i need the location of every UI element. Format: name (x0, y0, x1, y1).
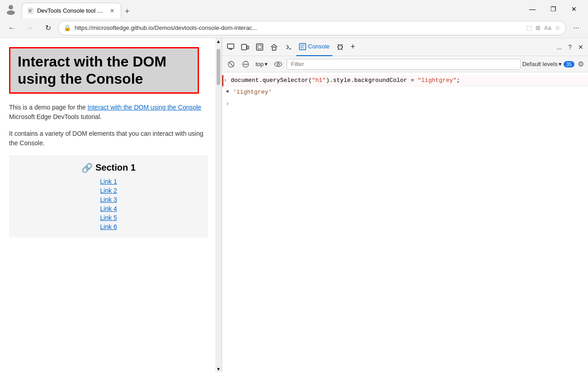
home-button[interactable] (267, 41, 281, 53)
scroll-track (215, 44, 222, 366)
active-tab[interactable]: DevTools Console tool DOM inte ✕ (22, 3, 121, 18)
svg-point-23 (277, 63, 280, 65)
context-dropdown[interactable]: top ▾ (254, 59, 270, 69)
svg-rect-7 (242, 44, 247, 50)
devtools-close-button[interactable]: ✕ (575, 42, 586, 52)
page-description-2: It contains a variety of DOM elements th… (9, 129, 208, 148)
input-arrow-icon: › (223, 76, 231, 85)
minimize-button[interactable]: — (522, 2, 543, 16)
svg-point-1 (7, 10, 15, 15)
default-levels-label: Default levels (522, 61, 558, 67)
svg-rect-10 (258, 45, 261, 49)
tab-strip: DevTools Console tool DOM inte ✕ + (22, 0, 518, 18)
console-result-line: ◄ 'lightgrey' (222, 86, 588, 99)
debug-icon-button[interactable] (333, 41, 347, 53)
more-tools-button[interactable]: ... (554, 42, 565, 52)
svg-point-22 (275, 62, 282, 67)
svg-rect-3 (28, 9, 32, 10)
link-2[interactable]: Link 2 (16, 187, 201, 194)
scroll-down-button[interactable]: ▼ (215, 366, 222, 372)
svg-rect-5 (28, 11, 31, 12)
settings-button[interactable]: ⚙ (576, 58, 585, 70)
link-3[interactable]: Link 3 (16, 196, 201, 203)
more-button[interactable]: ··· (568, 20, 584, 36)
svg-rect-4 (28, 10, 31, 11)
console-output: › document.querySelector("h1").style.bac… (222, 72, 588, 372)
sources-button[interactable] (282, 41, 295, 53)
elements-panel-button[interactable] (253, 41, 266, 53)
link-6[interactable]: Link 6 (16, 223, 201, 230)
result-arrow-icon: ◄ (226, 88, 233, 95)
console-input-line: › document.querySelector("h1").style.bac… (222, 75, 588, 86)
tab-search-icon: ⊞ (536, 24, 541, 31)
new-tab-button[interactable]: + (121, 5, 133, 18)
clear-icon-button[interactable] (239, 59, 252, 69)
svg-line-19 (229, 62, 233, 67)
scrollbar[interactable]: ▲ ▼ (215, 38, 222, 372)
profile-icon[interactable] (4, 2, 18, 16)
lock-icon: 🔒 (64, 24, 71, 31)
console-toolbar: top ▾ Default levels ▾ 35 ⚙ (222, 56, 588, 72)
device-emulation-button[interactable] (238, 41, 252, 53)
add-tool-button[interactable]: + (348, 40, 358, 53)
clear-console-button[interactable] (225, 59, 237, 69)
address-bar[interactable]: 🔒 https://microsoftedge.github.io/Demos/… (58, 21, 566, 35)
webpage-content: Interact with the DOM using the Console … (0, 38, 222, 372)
link-1[interactable]: Link 1 (16, 178, 201, 185)
devtools-toolbar: Console + ... ? ✕ (222, 38, 588, 56)
refresh-button[interactable]: ↻ (40, 20, 56, 36)
maximize-button[interactable]: ❐ (543, 2, 564, 16)
inspect-element-button[interactable] (224, 41, 237, 53)
favorite-icon: ☆ (555, 24, 560, 31)
levels-arrow-icon: ▾ (559, 61, 562, 67)
default-levels-button[interactable]: Default levels ▾ (522, 61, 562, 67)
svg-rect-6 (228, 44, 234, 48)
navbar: ← → ↻ 🔒 https://microsoftedge.github.io/… (0, 18, 588, 38)
svg-point-15 (340, 46, 341, 47)
svg-rect-8 (247, 46, 249, 49)
window-controls: — ❐ ✕ (522, 2, 584, 16)
link-4[interactable]: Link 4 (16, 205, 201, 212)
help-button[interactable]: ? (565, 42, 574, 52)
tab-close-button[interactable]: ✕ (109, 7, 115, 15)
section-links: Link 1 Link 2 Link 3 Link 4 Link 5 Link … (16, 178, 201, 230)
svg-rect-9 (256, 44, 263, 50)
prompt-arrow-icon: › (226, 100, 233, 109)
svg-rect-11 (272, 47, 276, 50)
scroll-up-button[interactable]: ▲ (215, 38, 222, 44)
message-count-badge: 35 (564, 61, 574, 67)
h1-highlighted-box: Interact with the DOM using the Console (9, 47, 199, 94)
eye-button[interactable] (271, 60, 285, 69)
console-prompt-line[interactable]: › (222, 98, 588, 110)
dropdown-arrow-icon: ▾ (265, 61, 268, 67)
webpage-panel: Interact with the DOM using the Console … (0, 38, 222, 372)
link-5[interactable]: Link 5 (16, 214, 201, 221)
reader-mode-icon: Aa (544, 24, 551, 31)
address-text: https://microsoftedge.github.io/Demos/de… (75, 24, 523, 31)
console-tab-label: Console (308, 43, 330, 50)
close-button[interactable]: ✕ (564, 2, 584, 16)
tab-title: DevTools Console tool DOM inte (37, 7, 105, 14)
console-tab[interactable]: Console (296, 38, 332, 56)
title-bar: DevTools Console tool DOM inte ✕ + — ❐ ✕ (0, 0, 588, 18)
top-label: top (256, 61, 264, 67)
main-layout: Interact with the DOM using the Console … (0, 38, 588, 372)
back-button[interactable]: ← (4, 20, 20, 36)
console-command: document.querySelector("h1").style.backg… (231, 76, 588, 85)
scroll-thumb[interactable] (217, 49, 220, 85)
svg-point-0 (9, 5, 13, 10)
section-title: 🔗 Section 1 (16, 162, 201, 173)
page-heading: Interact with the DOM using the Console (18, 53, 190, 88)
forward-button[interactable]: → (22, 20, 38, 36)
section-1-box: 🔗 Section 1 Link 1 Link 2 Link 3 Link 4 … (9, 155, 208, 238)
filter-input[interactable] (287, 59, 521, 70)
cast-icon: ⬚ (526, 24, 532, 31)
tutorial-link[interactable]: Interact with the DOM using the Console (88, 104, 201, 111)
chain-icon: 🔗 (81, 162, 93, 173)
nav-extras: ··· (568, 20, 584, 36)
devtools-panel: Console + ... ? ✕ top ▾ (222, 38, 588, 372)
console-result-value: 'lightgrey' (233, 88, 272, 97)
page-description-1: This is a demo page for the Interact wit… (9, 103, 208, 122)
